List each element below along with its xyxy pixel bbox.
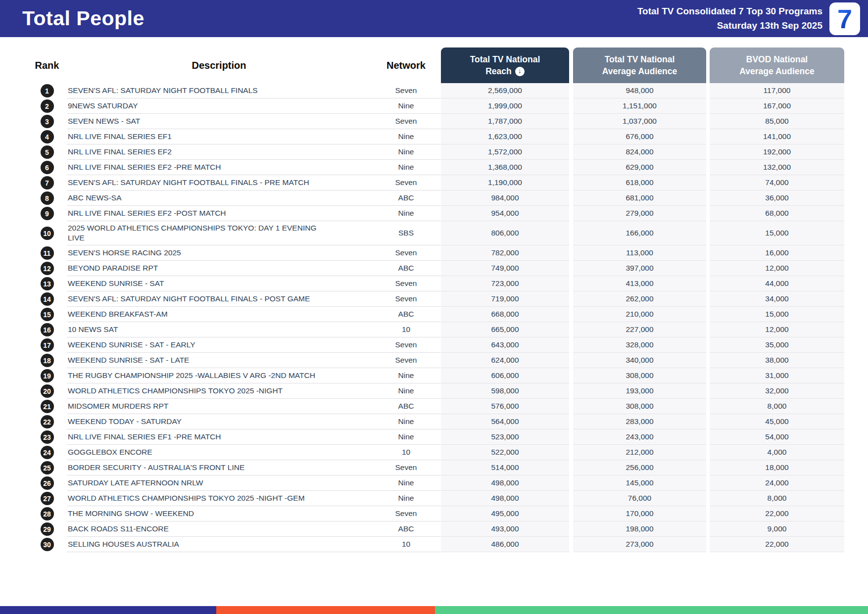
reach-value: 498,000 [441, 491, 569, 506]
reach-value: 514,000 [441, 460, 569, 475]
reach-column-header[interactable]: Total TV National Reach ↓ [441, 47, 569, 83]
avg-audience-value: 193,000 [573, 383, 706, 399]
table-row: 8 ABC NEWS-SA ABC 984,000 681,000 36,000 [27, 190, 844, 206]
rank-badge: 27 [41, 492, 54, 505]
avg-audience-value: 166,000 [573, 221, 706, 245]
rank-badge: 3 [41, 115, 54, 128]
table-row: 10 2025 WORLD ATHLETICS CHAMPIONSHIPS TO… [27, 221, 844, 245]
reach-value: 576,000 [441, 399, 569, 414]
avg-audience-value: 210,000 [573, 307, 706, 322]
avg-audience-value: 243,000 [573, 429, 706, 445]
reach-value: 984,000 [441, 190, 569, 206]
program-description: NRL LIVE FINAL SERIES EF1 -PRE MATCH [67, 429, 371, 445]
rank-badge: 9 [41, 207, 54, 220]
bvod-value: 68,000 [710, 206, 844, 221]
bvod-value: 31,000 [710, 368, 844, 383]
sort-descending-icon[interactable]: ↓ [515, 67, 525, 76]
program-description: WEEKEND BREAKFAST-AM [67, 307, 371, 322]
reach-value: 782,000 [441, 245, 569, 261]
bvod-value: 192,000 [710, 144, 844, 160]
reach-value: 954,000 [441, 206, 569, 221]
description-column-header: Description [67, 47, 371, 83]
bvod-value: 32,000 [710, 383, 844, 399]
program-description: ABC NEWS-SA [67, 190, 371, 206]
table-row: 15 WEEKEND BREAKFAST-AM ABC 668,000 210,… [27, 307, 844, 322]
avg-audience-value: 198,000 [573, 521, 706, 537]
reach-value: 719,000 [441, 291, 569, 307]
bvod-value: 34,000 [710, 291, 844, 307]
table-row: 14 SEVEN'S AFL: SATURDAY NIGHT FOOTBALL … [27, 291, 844, 307]
bvod-value: 45,000 [710, 414, 844, 429]
network-name: Nine [371, 429, 441, 445]
reach-value: 523,000 [441, 429, 569, 445]
rank-column-header: Rank [27, 47, 67, 83]
reach-value: 598,000 [441, 383, 569, 399]
program-description: WORLD ATHLETICS CHAMPIONSHIPS TOKYO 2025… [67, 491, 371, 506]
bvod-value: 15,000 [710, 221, 844, 245]
network-name: Seven [371, 175, 441, 190]
program-description: THE MORNING SHOW - WEEKEND [67, 506, 371, 521]
bvod-value: 4,000 [710, 445, 844, 460]
bvod-value: 22,000 [710, 537, 844, 552]
avg-header-line1: Total TV National [605, 53, 675, 66]
rank-badge: 19 [41, 369, 54, 382]
program-description: WEEKEND SUNRISE - SAT - LATE [67, 353, 371, 368]
table-header-row: Rank Description Network Total TV Nation… [27, 47, 844, 83]
program-description: SEVEN'S AFL: SATURDAY NIGHT FOOTBALL FIN… [67, 291, 371, 307]
network-name: Nine [371, 475, 441, 491]
avg-audience-value: 413,000 [573, 276, 706, 291]
program-description: WEEKEND SUNRISE - SAT [67, 276, 371, 291]
avg-audience-value: 618,000 [573, 175, 706, 190]
rank-badge: 21 [41, 400, 54, 413]
avg-audience-value: 948,000 [573, 83, 706, 98]
avg-audience-value: 273,000 [573, 537, 706, 552]
network-name: Nine [371, 129, 441, 144]
bvod-value: 8,000 [710, 399, 844, 414]
rank-badge: 23 [41, 430, 54, 444]
avg-audience-column-header[interactable]: Total TV National Average Audience [573, 47, 706, 83]
rank-badge: 22 [41, 415, 54, 428]
bvod-value: 74,000 [710, 175, 844, 190]
bvod-header-line1: BVOD National [746, 53, 808, 66]
table-row: 1 SEVEN'S AFL: SATURDAY NIGHT FOOTBALL F… [27, 83, 844, 98]
avg-audience-value: 256,000 [573, 460, 706, 475]
network-name: ABC [371, 261, 441, 276]
bvod-value: 36,000 [710, 190, 844, 206]
network-name: Nine [371, 491, 441, 506]
rank-badge: 10 [41, 227, 54, 240]
reach-value: 606,000 [441, 368, 569, 383]
program-description: SEVEN NEWS - SAT [67, 114, 371, 129]
table-row: 27 WORLD ATHLETICS CHAMPIONSHIPS TOKYO 2… [27, 491, 844, 506]
table-row: 22 WEEKEND TODAY - SATURDAY Nine 564,000… [27, 414, 844, 429]
network-name: Nine [371, 144, 441, 160]
avg-audience-value: 113,000 [573, 245, 706, 261]
avg-audience-value: 308,000 [573, 399, 706, 414]
network-name: Nine [371, 206, 441, 221]
avg-audience-value: 262,000 [573, 291, 706, 307]
reach-value: 806,000 [441, 221, 569, 245]
bvod-value: 54,000 [710, 429, 844, 445]
footer-segment-blue [0, 606, 216, 614]
bvod-value: 9,000 [710, 521, 844, 537]
avg-audience-value: 1,037,000 [573, 114, 706, 129]
avg-audience-value: 308,000 [573, 368, 706, 383]
avg-audience-value: 283,000 [573, 414, 706, 429]
page-title: Total People [22, 7, 145, 30]
table-row: 6 NRL LIVE FINAL SERIES EF2 -PRE MATCH N… [27, 160, 844, 175]
programs-table: Rank Description Network Total TV Nation… [27, 47, 844, 552]
network-name: Seven [371, 276, 441, 291]
bvod-column-header[interactable]: BVOD National Average Audience [710, 47, 844, 83]
network-name: 10 [371, 322, 441, 337]
table-row: 26 SATURDAY LATE AFTERNOON NRLW Nine 498… [27, 475, 844, 491]
footer-segment-green [435, 606, 868, 614]
bvod-value: 16,000 [710, 245, 844, 261]
avg-audience-value: 145,000 [573, 475, 706, 491]
rank-badge: 5 [41, 145, 54, 159]
program-description: WEEKEND TODAY - SATURDAY [67, 414, 371, 429]
reach-value: 2,569,000 [441, 83, 569, 98]
rank-badge: 7 [41, 176, 54, 189]
reach-header-line2: Reach [485, 65, 512, 78]
network-name: Seven [371, 114, 441, 129]
table-row: 7 SEVEN'S AFL: SATURDAY NIGHT FOOTBALL F… [27, 175, 844, 190]
rank-badge: 15 [41, 308, 54, 321]
